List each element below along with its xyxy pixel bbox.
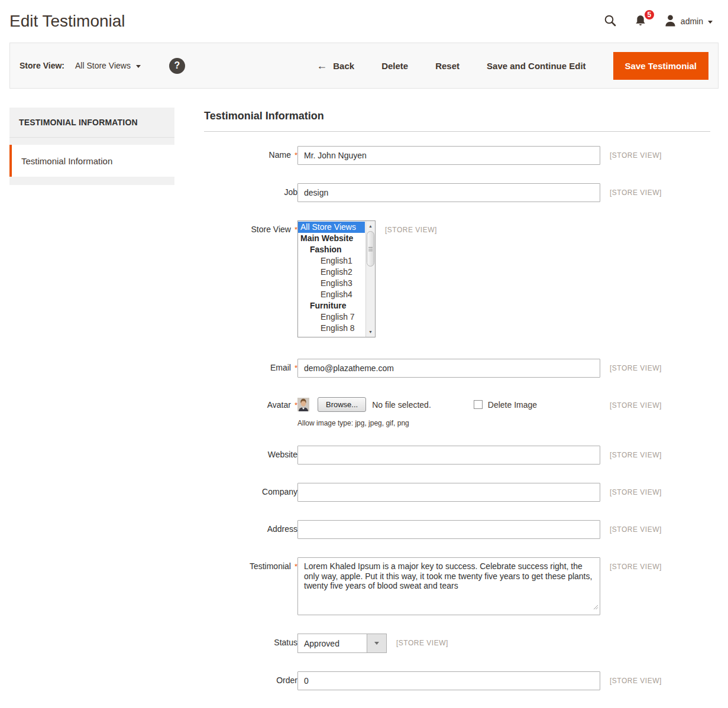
avatar-thumbnail-image	[297, 398, 309, 411]
store-view-option[interactable]: English1	[298, 255, 365, 267]
website-scope-label: [STORE VIEW]	[610, 446, 662, 459]
save-and-continue-button[interactable]: Save and Continue Edit	[487, 61, 586, 71]
scrollbar-thumb[interactable]	[367, 231, 374, 267]
field-row-website: Website [STORE VIEW]	[204, 446, 710, 465]
file-status-text: No file selected.	[372, 400, 431, 410]
chevron-down-icon	[374, 642, 379, 645]
store-view-scope-label: [STORE VIEW]	[385, 220, 437, 234]
content-area: TESTIMONIAL INFORMATION Testimonial Info…	[0, 89, 728, 690]
store-view-option[interactable]: English3	[298, 278, 365, 289]
store-view-listbox[interactable]: All Store ViewsMain WebsiteFashionEnglis…	[297, 220, 376, 337]
page-actions-toolbar: Store View: All Store Views ? ← Back Del…	[9, 43, 719, 89]
admin-username: admin	[681, 17, 703, 26]
listbox-scrollbar[interactable]: ▲ ▼	[365, 221, 375, 337]
store-view-option[interactable]: Main Website	[298, 233, 365, 244]
field-row-email: Email [STORE VIEW]	[204, 359, 710, 378]
status-select[interactable]: Approved	[297, 634, 387, 653]
section-divider	[204, 131, 710, 132]
field-row-company: Company [STORE VIEW]	[204, 483, 710, 502]
store-view-current: All Store Views	[75, 61, 131, 70]
job-label: Job	[284, 187, 297, 197]
testimonial-scope-label: [STORE VIEW]	[610, 557, 662, 571]
testimonial-textarea[interactable]: Lorem Khaled Ipsum is a major key to suc…	[297, 557, 600, 615]
status-scope-label: [STORE VIEW]	[396, 634, 448, 647]
store-view-option[interactable]: Fashion	[298, 244, 365, 255]
store-view-option[interactable]: English4	[298, 289, 365, 300]
status-selected-value: Approved	[298, 634, 367, 652]
email-scope-label: [STORE VIEW]	[610, 359, 662, 372]
name-scope-label: [STORE VIEW]	[610, 146, 662, 160]
back-button-label: Back	[333, 61, 354, 71]
job-input[interactable]	[297, 183, 600, 202]
store-view-label: Store View:	[20, 61, 64, 70]
chevron-down-icon	[136, 65, 141, 68]
store-view-field-label: Store View	[251, 225, 297, 234]
avatar-scope-label: [STORE VIEW]	[610, 396, 662, 410]
field-row-name: Name [STORE VIEW]	[204, 146, 710, 165]
page-header: Edit Testimonial 5 admin	[0, 0, 728, 43]
order-label: Order	[276, 675, 297, 685]
scroll-up-icon[interactable]: ▲	[366, 222, 375, 230]
company-label: Company	[262, 487, 297, 496]
company-input[interactable]	[297, 483, 600, 502]
reset-button[interactable]: Reset	[435, 61, 460, 71]
back-button[interactable]: ← Back	[316, 60, 354, 71]
header-actions: 5 admin	[604, 14, 713, 29]
scrollbar-grip-icon	[368, 249, 373, 249]
email-input[interactable]	[297, 359, 600, 378]
sidebar-item-label: Testimonial Information	[21, 156, 112, 166]
field-row-order: Order [STORE VIEW]	[204, 671, 710, 690]
address-input[interactable]	[297, 520, 600, 539]
notification-badge: 5	[643, 9, 655, 21]
email-label: Email	[270, 363, 297, 372]
field-row-address: Address [STORE VIEW]	[204, 520, 710, 539]
testimonial-label: Testimonial	[250, 561, 297, 571]
help-icon[interactable]: ?	[169, 58, 185, 74]
sidebar-item-testimonial-information[interactable]: Testimonial Information	[9, 145, 174, 177]
name-input[interactable]	[297, 146, 600, 165]
store-view-switcher[interactable]: All Store Views	[75, 61, 141, 70]
sidebar-header: TESTIMONIAL INFORMATION	[9, 108, 174, 138]
field-row-testimonial: Testimonial Lorem Khaled Ipsum is a majo…	[204, 557, 710, 615]
search-button[interactable]	[604, 14, 616, 28]
website-label: Website	[268, 450, 297, 459]
user-icon	[665, 14, 676, 28]
avatar-note: Allow image type: jpg, jpeg, gif, png	[297, 419, 600, 427]
notifications-button[interactable]: 5	[634, 14, 647, 29]
order-input[interactable]	[297, 671, 600, 690]
company-scope-label: [STORE VIEW]	[610, 483, 662, 496]
store-view-switcher-area: Store View: All Store Views ?	[20, 58, 185, 74]
testimonial-form: Testimonial Information Name [STORE VIEW…	[204, 108, 710, 690]
order-scope-label: [STORE VIEW]	[610, 671, 662, 685]
store-view-option[interactable]: All Store Views	[298, 222, 365, 233]
admin-user-menu[interactable]: admin	[665, 14, 713, 28]
address-scope-label: [STORE VIEW]	[610, 520, 662, 534]
search-icon	[604, 14, 616, 28]
store-view-options: All Store ViewsMain WebsiteFashionEnglis…	[298, 222, 365, 334]
status-select-arrow[interactable]	[367, 634, 386, 652]
store-view-option[interactable]: Furniture	[298, 300, 365, 311]
name-label: Name	[269, 150, 297, 160]
edit-testimonial-page: Edit Testimonial 5 admin	[0, 0, 728, 708]
delete-image-checkbox[interactable]	[474, 400, 483, 409]
save-testimonial-button[interactable]: Save Testimonial	[613, 52, 708, 80]
field-row-avatar: Avatar Browse...	[204, 396, 710, 427]
browse-button[interactable]: Browse...	[318, 397, 366, 412]
scroll-down-icon[interactable]: ▼	[366, 328, 375, 336]
toolbar-buttons: ← Back Delete Reset Save and Continue Ed…	[316, 52, 708, 80]
status-label: Status	[274, 638, 297, 647]
sidebar: TESTIMONIAL INFORMATION Testimonial Info…	[9, 108, 174, 185]
delete-image-control: Delete Image	[474, 400, 537, 410]
back-arrow-icon: ←	[316, 60, 327, 71]
delete-button[interactable]: Delete	[381, 61, 408, 71]
avatar-label: Avatar	[267, 400, 297, 410]
avatar-controls: Browse... No file selected. Delete Image	[297, 396, 600, 412]
chevron-down-icon	[708, 21, 713, 24]
website-input[interactable]	[297, 446, 600, 465]
field-row-status: Status Approved [STORE VIEW]	[204, 634, 710, 653]
store-view-option[interactable]: English 8	[298, 323, 365, 334]
address-label: Address	[267, 524, 297, 534]
store-view-option[interactable]: English 7	[298, 311, 365, 323]
field-row-job: Job [STORE VIEW]	[204, 183, 710, 202]
store-view-option[interactable]: English2	[298, 267, 365, 278]
